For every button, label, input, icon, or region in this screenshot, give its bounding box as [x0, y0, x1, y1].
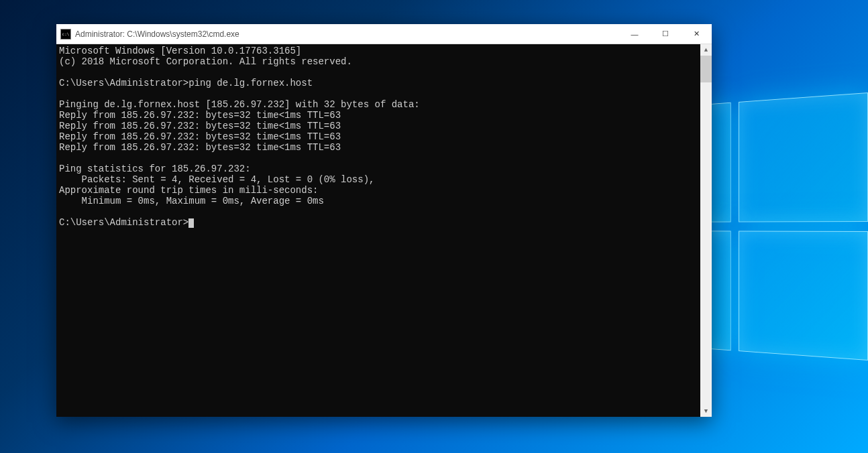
window-controls: — ☐ ✕: [619, 24, 712, 44]
scroll-up-arrow[interactable]: ▲: [700, 44, 712, 56]
vertical-scrollbar[interactable]: ▲ ▼: [700, 44, 712, 417]
maximize-button[interactable]: ☐: [650, 24, 681, 44]
maximize-icon: ☐: [662, 29, 669, 38]
minimize-icon: —: [631, 30, 639, 38]
scroll-down-arrow[interactable]: ▼: [700, 405, 712, 417]
minimize-button[interactable]: —: [619, 24, 650, 44]
logo-pane: [739, 92, 868, 222]
scroll-thumb[interactable]: [700, 56, 712, 82]
console-output[interactable]: Microsoft Windows [Version 10.0.17763.31…: [56, 44, 712, 417]
close-icon: ✕: [694, 29, 700, 38]
cmd-icon: [60, 29, 71, 40]
console-text: Microsoft Windows [Version 10.0.17763.31…: [59, 46, 420, 228]
text-cursor: [188, 218, 194, 228]
titlebar[interactable]: Administrator: C:\Windows\system32\cmd.e…: [56, 24, 712, 44]
window-title: Administrator: C:\Windows\system32\cmd.e…: [75, 29, 619, 39]
cmd-window: Administrator: C:\Windows\system32\cmd.e…: [56, 24, 712, 417]
logo-pane: [739, 231, 868, 361]
close-button[interactable]: ✕: [681, 24, 712, 44]
